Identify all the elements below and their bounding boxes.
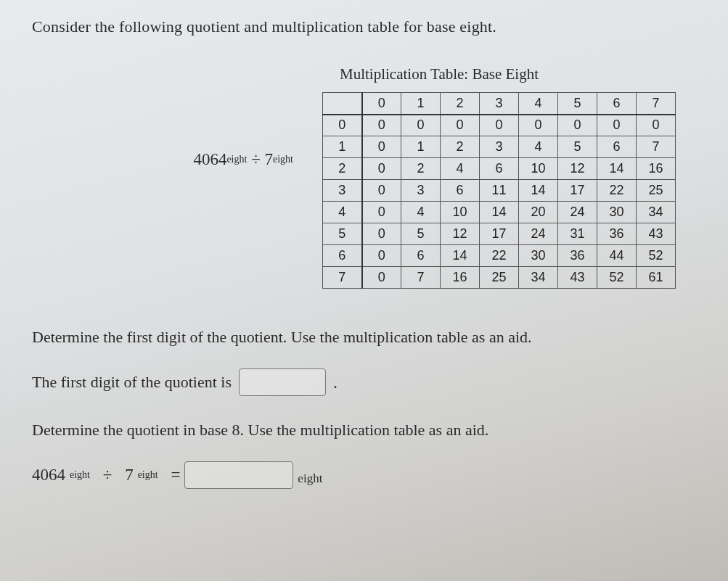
problem-and-table: 4064eight ÷ 7eight Multiplication Table:…	[32, 65, 703, 289]
row-header: 6	[323, 245, 362, 267]
table-cell: 24	[558, 202, 597, 223]
table-cell: 3	[401, 180, 441, 202]
table-row: 4 0 4 10 14 20 24 30 34	[323, 202, 676, 223]
table-cell: 6	[597, 136, 637, 158]
dividend-base: eight	[226, 154, 247, 165]
table-cell: 22	[480, 245, 519, 267]
table-cell: 4	[519, 136, 558, 158]
table-row: 7 0 7 16 25 34 43 52 61	[323, 267, 676, 289]
col-header: 5	[558, 93, 597, 115]
division-expression: 4064eight ÷ 7eight	[32, 65, 293, 254]
first-digit-answer-line: The first digit of the quotient is .	[32, 368, 703, 396]
table-cell: 31	[558, 223, 597, 245]
table-row: 6 0 6 14 22 30 36 44 52	[323, 245, 676, 267]
table-cell: 17	[558, 180, 597, 202]
table-row: 0 0 0 0 0 0 0 0 0	[323, 115, 676, 136]
dividend-value: 4064	[193, 150, 226, 169]
final-divisor-base: eight	[138, 469, 158, 481]
row-header: 0	[323, 115, 362, 136]
quotient-input[interactable]	[184, 461, 293, 489]
col-header: 3	[480, 93, 519, 115]
table-cell: 12	[558, 158, 597, 180]
table-cell: 36	[597, 223, 637, 245]
table-cell: 11	[480, 180, 519, 202]
table-cell: 25	[480, 267, 519, 289]
table-cell: 43	[637, 223, 676, 245]
quotient-base-label: eight	[298, 471, 322, 486]
period-mark: .	[333, 373, 338, 392]
table-cell: 0	[519, 115, 558, 136]
divisor-base: eight	[273, 154, 293, 165]
table-cell: 0	[362, 115, 401, 136]
table-cell: 0	[441, 115, 480, 136]
table-cell: 6	[401, 245, 441, 267]
table-cell: 14	[480, 202, 519, 223]
table-corner-cell	[323, 93, 362, 115]
table-cell: 16	[637, 158, 676, 180]
table-cell: 30	[519, 245, 558, 267]
table-cell: 25	[637, 180, 676, 202]
col-header: 2	[441, 93, 480, 115]
final-divisor: 7	[125, 466, 134, 485]
table-cell: 6	[441, 180, 480, 202]
table-cell: 5	[558, 136, 597, 158]
table-cell: 24	[519, 223, 558, 245]
table-cell: 17	[480, 223, 519, 245]
question-first-digit: Determine the first digit of the quotien…	[32, 328, 703, 347]
table-row: 5 0 5 12 17 24 31 36 43	[323, 223, 676, 245]
table-cell: 0	[362, 158, 401, 180]
table-cell: 61	[637, 267, 676, 289]
col-header: 0	[362, 93, 401, 115]
row-header: 2	[323, 158, 362, 180]
final-operator: ÷	[103, 466, 113, 485]
table-cell: 14	[441, 245, 480, 267]
table-row: 2 0 2 4 6 10 12 14 16	[323, 158, 676, 180]
table-cell: 0	[362, 180, 401, 202]
table-cell: 2	[401, 158, 441, 180]
table-cell: 4	[441, 158, 480, 180]
table-cell: 0	[637, 115, 676, 136]
table-cell: 0	[362, 267, 401, 289]
multiplication-table: 0 1 2 3 4 5 6 7 0 0 0 0 0 0 0 0	[322, 92, 676, 289]
table-cell: 16	[441, 267, 480, 289]
multiplication-table-block: Multiplication Table: Base Eight 0 1 2 3…	[322, 65, 703, 289]
table-cell: 0	[362, 223, 401, 245]
table-cell: 7	[401, 267, 441, 289]
table-cell: 14	[597, 158, 637, 180]
row-header: 1	[323, 136, 362, 158]
table-cell: 7	[637, 136, 676, 158]
division-operator: ÷	[251, 150, 261, 169]
table-cell: 20	[519, 202, 558, 223]
first-digit-input[interactable]	[239, 368, 326, 396]
table-cell: 10	[519, 158, 558, 180]
table-row: 3 0 3 6 11 14 17 22 25	[323, 180, 676, 202]
table-cell: 34	[519, 267, 558, 289]
table-cell: 0	[558, 115, 597, 136]
table-cell: 0	[362, 245, 401, 267]
table-row: 1 0 1 2 3 4 5 6 7	[323, 136, 676, 158]
table-cell: 0	[401, 115, 441, 136]
table-cell: 30	[597, 202, 637, 223]
table-cell: 2	[441, 136, 480, 158]
table-cell: 6	[480, 158, 519, 180]
first-digit-label: The first digit of the quotient is	[32, 373, 232, 392]
table-cell: 44	[597, 245, 637, 267]
table-cell: 43	[558, 267, 597, 289]
table-cell: 10	[441, 202, 480, 223]
table-cell: 34	[637, 202, 676, 223]
row-header: 7	[323, 267, 362, 289]
col-header: 6	[597, 93, 637, 115]
table-cell: 0	[362, 136, 401, 158]
row-header: 5	[323, 223, 362, 245]
table-cell: 3	[480, 136, 519, 158]
final-dividend: 4064	[32, 466, 65, 485]
table-cell: 52	[637, 245, 676, 267]
table-cell: 0	[362, 202, 401, 223]
row-header: 4	[323, 202, 362, 223]
table-cell: 0	[597, 115, 637, 136]
quotient-answer-line: 4064eight ÷ 7eight = eight	[32, 461, 703, 489]
intro-text: Consider the following quotient and mult…	[32, 17, 703, 36]
table-cell: 14	[519, 180, 558, 202]
table-cell: 22	[597, 180, 637, 202]
table-cell: 0	[480, 115, 519, 136]
